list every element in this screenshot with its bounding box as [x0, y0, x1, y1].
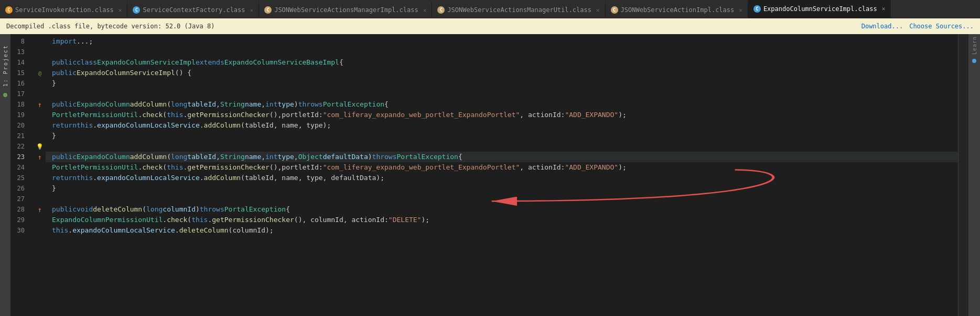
tab-label: ServiceInvokerAction.class — [15, 6, 114, 14]
line-number-16: 16 — [10, 78, 29, 89]
learn-sidebar: Learn — [968, 34, 980, 316]
tab-close[interactable]: ✕ — [596, 7, 600, 14]
code-line-30: this.expandoColumnLocalService.deleteCol… — [46, 225, 958, 236]
code-token: ( — [142, 204, 146, 215]
code-token: (), — [270, 162, 282, 173]
code-token: this — [77, 120, 93, 131]
tab-close[interactable]: ✕ — [423, 7, 427, 14]
line-number-25: 25 — [10, 173, 29, 183]
tab-icon-orange: C — [5, 6, 13, 14]
code-token: this — [77, 173, 93, 183]
tab-label: ServiceContextFactory.class — [143, 6, 245, 14]
code-token: { — [339, 57, 343, 68]
code-token: public — [52, 152, 77, 162]
code-token: expandoColumnLocalService — [72, 225, 175, 236]
code-token: . — [163, 215, 167, 225]
gutter-cell-25 — [34, 173, 46, 183]
code-token: "ADD_EXPANDO" — [565, 162, 618, 173]
learn-dot — [972, 59, 976, 63]
code-token: (tableId, name, type); — [241, 120, 331, 131]
sidebar-dot — [3, 93, 7, 97]
code-token: , actionId: — [520, 162, 565, 173]
code-token: return — [52, 173, 77, 183]
line-number-20: 20 — [10, 120, 29, 131]
code-line-23: public ExpandoColumn addColumn(long tabl… — [46, 152, 958, 162]
code-token: addColumn — [130, 99, 167, 110]
gutter-cell-27 — [34, 194, 46, 204]
tab-close[interactable]: ✕ — [119, 7, 122, 14]
gutter-cell-19 — [34, 110, 46, 120]
tab-icon-brown3: C — [611, 6, 618, 14]
code-line-16: } — [46, 78, 958, 89]
code-token: , actionId: — [520, 110, 565, 120]
code-token: throws — [298, 99, 323, 110]
gutter-cell-24 — [34, 162, 46, 173]
tab-jsonwebserviceactionsmanagerimpl[interactable]: C JSONWebServiceActionsManagerImpl.class… — [259, 2, 432, 18]
code-token: "ADD_EXPANDO" — [565, 110, 618, 120]
code-token: int — [265, 152, 277, 162]
code-token: String — [220, 99, 245, 110]
tab-servicecontextfactory[interactable]: C ServiceContextFactory.class ✕ — [127, 2, 259, 18]
code-token: ... — [77, 36, 89, 47]
right-minimap[interactable] — [958, 34, 968, 316]
code-token: . — [175, 225, 179, 236]
main-layout: 1: Project 81314151617181920212223242526… — [0, 34, 980, 316]
code-token: ( — [167, 152, 171, 162]
code-token: ( — [167, 99, 171, 110]
gutter-cell-26 — [34, 183, 46, 194]
tab-close-active[interactable]: ✕ — [882, 5, 886, 12]
code-token: portletId: — [282, 110, 322, 120]
code-token: check — [167, 215, 187, 225]
code-token: . — [93, 173, 97, 183]
tab-close[interactable]: ✕ — [250, 7, 254, 14]
code-token: . — [200, 120, 204, 131]
code-token: defaultData — [323, 152, 368, 162]
line-number-22: 22 — [10, 141, 29, 152]
code-token: getPermissionChecker — [212, 215, 294, 225]
code-line-8: import ...; — [46, 36, 958, 47]
code-token: ExpandoColumn — [77, 152, 130, 162]
code-line-29: ExpandoColumnPermissionUtil.check(this.g… — [46, 215, 958, 225]
code-token: PortalException — [397, 152, 458, 162]
tab-label: JSONWebServiceActionImpl.class — [621, 6, 735, 14]
gutter-cell-8 — [34, 36, 46, 47]
gutter-cell-20 — [34, 120, 46, 131]
download-link[interactable]: Download... — [861, 23, 903, 30]
tab-jsonwebserviceactionimpl[interactable]: C JSONWebServiceActionImpl.class ✕ — [606, 2, 748, 18]
tab-jsonwebserviceactionsmanagerutil[interactable]: C JSONWebServiceActionsManagerUtil.class… — [432, 2, 605, 18]
line-number-26: 26 — [10, 183, 29, 194]
info-bar: Decompiled .class file, bytecode version… — [0, 18, 980, 34]
code-token: (), — [270, 110, 282, 120]
info-bar-message: Decompiled .class file, bytecode version… — [6, 23, 214, 30]
gutter-cell-22: 💡 — [34, 141, 46, 152]
code-line-25: return this.expandoColumnLocalService.ad… — [46, 173, 958, 183]
gutter-cell-13 — [34, 47, 46, 57]
code-token: throws — [372, 152, 397, 162]
tab-close[interactable]: ✕ — [739, 7, 742, 14]
gutter-arrow-icon: ↑ — [38, 101, 42, 109]
choose-sources-link[interactable]: Choose Sources... — [909, 23, 974, 30]
gutter-cell-29 — [34, 215, 46, 225]
code-token: { — [458, 152, 462, 162]
code-token: check — [142, 110, 163, 120]
code-token: "com_liferay_expando_web_portlet_Expando… — [323, 110, 520, 120]
project-sidebar: 1: Project — [0, 34, 10, 316]
code-token: tableId, — [187, 152, 220, 162]
code-token: this — [167, 110, 183, 120]
code-token: long — [171, 152, 187, 162]
code-line-18: public ExpandoColumn addColumn(long tabl… — [46, 99, 958, 110]
tab-icon-brown2: C — [437, 6, 445, 14]
code-area[interactable]: import ...;public class ExpandoColumnSer… — [46, 34, 958, 316]
code-token: ExpandoColumnServiceImpl — [77, 68, 175, 78]
tab-expandocolumnserviceimpl[interactable]: C ExpandoColumnServiceImpl.class ✕ — [748, 0, 891, 18]
code-token: tableId, — [187, 99, 220, 110]
code-token: name, — [245, 152, 265, 162]
code-token: deleteColumn — [179, 225, 229, 236]
line-number-23: 23 — [10, 152, 29, 162]
code-token: } — [52, 131, 56, 141]
code-token: long — [171, 99, 187, 110]
tab-serviceinvokeraction[interactable]: C ServiceInvokerAction.class ✕ — [0, 2, 127, 18]
gutter-arrow-icon: ↑ — [38, 206, 42, 214]
code-token: this — [52, 225, 68, 236]
code-line-28: public void deleteColumn(long columnId) … — [46, 204, 958, 215]
